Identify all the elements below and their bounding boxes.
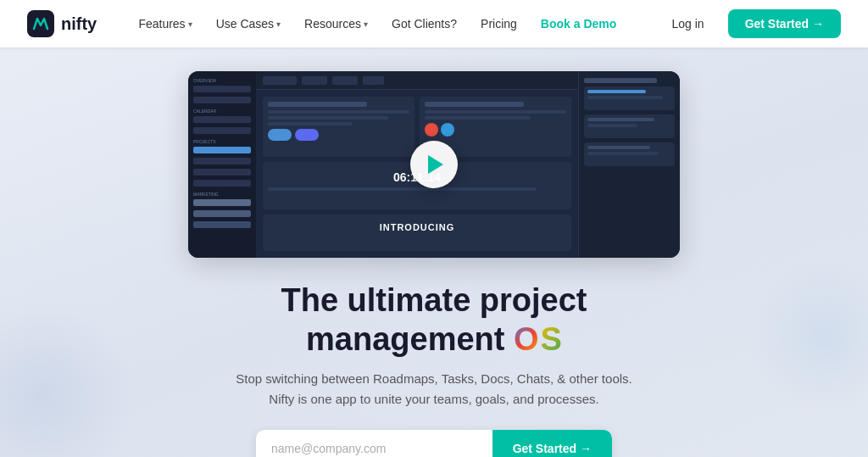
- video-card-1: [263, 97, 415, 157]
- video-topbar: [256, 71, 578, 90]
- os-badge: OS: [514, 320, 562, 359]
- nav-resources[interactable]: Resources ▾: [294, 12, 378, 36]
- blob-decoration-left: [0, 302, 136, 457]
- logo-text: nifty: [61, 14, 97, 34]
- play-icon: [428, 155, 443, 174]
- logo[interactable]: nifty: [27, 10, 97, 37]
- chevron-down-icon: ▾: [276, 20, 281, 29]
- video-background: Overview Calendar Projects Marketing: [188, 71, 680, 258]
- navbar: nifty Features ▾ Use Cases ▾ Resources ▾…: [0, 0, 868, 47]
- chevron-down-icon: ▾: [188, 20, 192, 29]
- login-button[interactable]: Log in: [658, 10, 717, 37]
- nav-actions: Log in Get Started →: [658, 9, 841, 38]
- product-video[interactable]: Overview Calendar Projects Marketing: [188, 71, 680, 258]
- hero-title: The ultimate project management OS: [281, 281, 587, 359]
- nav-links: Features ▾ Use Cases ▾ Resources ▾ Got C…: [97, 12, 658, 36]
- nav-got-clients[interactable]: Got Clients?: [381, 12, 467, 36]
- email-input[interactable]: [256, 430, 492, 457]
- cta-get-started-button[interactable]: Get Started →: [492, 430, 612, 457]
- video-right-panel: [578, 71, 680, 258]
- chevron-down-icon: ▾: [364, 20, 368, 29]
- play-button[interactable]: [410, 141, 458, 188]
- hero-section: Overview Calendar Projects Marketing: [0, 47, 868, 457]
- get-started-nav-button[interactable]: Get Started →: [728, 9, 841, 38]
- nav-features[interactable]: Features ▾: [128, 12, 202, 36]
- os-letter-s: S: [541, 320, 562, 359]
- nav-use-cases[interactable]: Use Cases ▾: [206, 12, 291, 36]
- video-card-4: INTRODUCING: [263, 215, 571, 251]
- nifty-logo-icon: [27, 10, 54, 37]
- os-letter-o: O: [514, 320, 539, 359]
- nav-pricing[interactable]: Pricing: [470, 12, 527, 36]
- video-sidebar: Overview Calendar Projects Marketing: [188, 71, 256, 258]
- cta-form: Get Started →: [256, 430, 612, 457]
- blob-decoration-right: [749, 259, 868, 412]
- hero-subtitle: Stop switching between Roadmaps, Tasks, …: [236, 369, 632, 410]
- nav-book-demo[interactable]: Book a Demo: [531, 12, 626, 36]
